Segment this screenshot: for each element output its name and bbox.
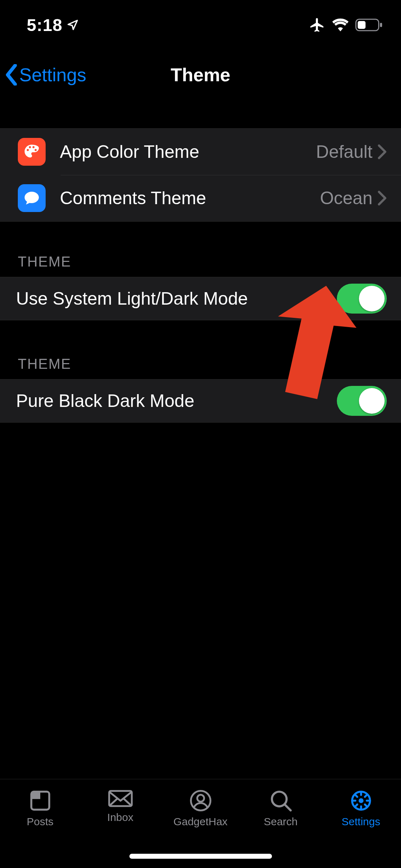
gear-icon — [350, 789, 372, 812]
chevron-right-icon — [377, 191, 387, 206]
svg-point-8 — [197, 795, 204, 802]
row-label: Pure Black Dark Mode — [16, 391, 337, 411]
svg-point-12 — [359, 798, 364, 803]
tab-label: Posts — [27, 816, 53, 828]
row-value: Ocean — [320, 188, 372, 208]
wifi-icon — [332, 18, 349, 32]
search-icon — [269, 789, 292, 812]
tab-label: Inbox — [107, 811, 133, 823]
svg-rect-5 — [31, 792, 40, 799]
status-right — [309, 17, 383, 33]
posts-icon — [29, 789, 52, 812]
row-value: Default — [316, 141, 372, 162]
row-label: Use System Light/Dark Mode — [16, 288, 337, 309]
tab-label: Search — [264, 816, 298, 828]
svg-line-10 — [285, 805, 291, 810]
row-label: App Color Theme — [60, 141, 316, 162]
palette-icon — [18, 138, 46, 166]
tab-posts[interactable]: Posts — [0, 779, 80, 868]
section-header-theme-2: THEME — [0, 356, 401, 379]
toggle-pure-black[interactable] — [337, 386, 387, 416]
chevron-left-icon — [4, 64, 19, 86]
status-bar: 5:18 — [0, 0, 401, 50]
svg-rect-1 — [358, 21, 366, 29]
row-comments-theme[interactable]: Comments Theme Ocean — [0, 175, 401, 221]
toggle-system-dark-mode[interactable] — [337, 284, 387, 314]
tab-settings[interactable]: Settings — [321, 779, 401, 868]
battery-icon — [355, 18, 383, 32]
back-label: Settings — [19, 64, 86, 86]
home-indicator[interactable] — [129, 854, 272, 859]
group-color-themes: App Color Theme Default Comments Theme O… — [0, 128, 401, 222]
location-icon — [67, 19, 79, 31]
row-system-dark-mode: Use System Light/Dark Mode — [0, 277, 401, 320]
toggle-knob — [359, 388, 385, 414]
svg-rect-2 — [380, 23, 382, 27]
row-pure-black: Pure Black Dark Mode — [0, 379, 401, 423]
tab-label: Settings — [341, 816, 380, 828]
chevron-right-icon — [377, 144, 387, 159]
row-label: Comments Theme — [60, 188, 320, 208]
section-header-theme-1: THEME — [0, 254, 401, 277]
profile-icon — [189, 789, 212, 812]
airplane-mode-icon — [309, 17, 325, 33]
status-time: 5:18 — [27, 15, 62, 35]
back-button[interactable]: Settings — [4, 50, 86, 100]
toggle-knob — [359, 286, 385, 311]
nav-bar: Settings Theme — [0, 50, 401, 100]
row-app-color-theme[interactable]: App Color Theme Default — [0, 129, 401, 175]
inbox-icon — [108, 789, 133, 808]
tab-label: GadgetHax — [174, 816, 228, 828]
comment-icon — [18, 184, 46, 212]
